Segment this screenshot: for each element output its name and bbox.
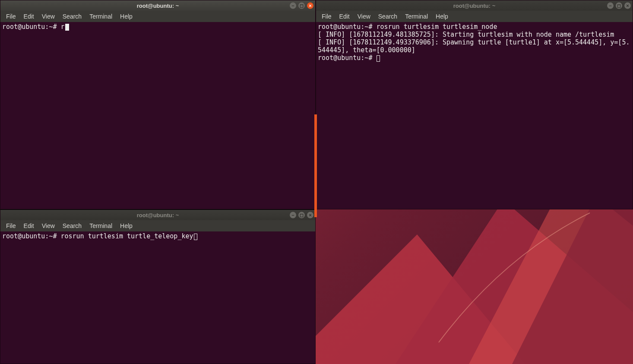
prompt: root@ubuntu:~# <box>318 23 376 31</box>
menu-edit[interactable]: Edit <box>20 221 38 231</box>
window-title: root@ubuntu: ~ <box>453 3 496 9</box>
window-controls: – ◻ × <box>290 212 313 218</box>
menu-terminal[interactable]: Terminal <box>85 221 116 231</box>
prompt: root@ubuntu:~# <box>318 54 376 62</box>
menu-terminal[interactable]: Terminal <box>401 12 432 21</box>
maximize-icon[interactable]: ◻ <box>298 212 305 218</box>
command-text: r <box>60 23 64 31</box>
menu-help[interactable]: Help <box>116 12 136 21</box>
menu-file[interactable]: File <box>2 12 20 21</box>
maximize-icon[interactable]: ◻ <box>298 3 305 9</box>
close-icon[interactable]: × <box>307 3 313 9</box>
menu-edit[interactable]: Edit <box>335 12 354 21</box>
command-text: rosrun turtlesim turtle_teleop_key <box>60 232 193 240</box>
window-title: root@ubuntu: ~ <box>137 3 179 9</box>
menu-edit[interactable]: Edit <box>20 12 38 21</box>
menubar: File Edit View Search Terminal Help <box>316 11 633 22</box>
window-controls: – ◻ × <box>290 3 313 9</box>
terminal-body[interactable]: root@ubuntu:~# rosrun turtlesim turtlesi… <box>316 22 633 209</box>
terminal-body[interactable]: root@ubuntu:~# r <box>0 22 315 209</box>
terminal-window-bottom-left[interactable]: root@ubuntu: ~ – ◻ × File Edit View Sear… <box>0 209 316 364</box>
menu-help[interactable]: Help <box>432 12 452 21</box>
menu-view[interactable]: View <box>38 12 59 21</box>
titlebar[interactable]: root@ubuntu: ~ – ◻ × <box>0 0 315 11</box>
menu-view[interactable]: View <box>354 12 374 21</box>
cursor-icon <box>377 55 380 62</box>
cursor-icon <box>194 234 197 240</box>
titlebar[interactable]: root@ubuntu: ~ – ◻ × <box>0 210 315 220</box>
terminal-window-top-left[interactable]: root@ubuntu: ~ – ◻ × File Edit View Sear… <box>0 0 316 209</box>
vertical-divider <box>314 114 317 217</box>
menu-help[interactable]: Help <box>116 221 136 231</box>
output-line: [ INFO] [1678112149.493376906]: Spawning… <box>318 38 630 54</box>
window-controls: – ◻ × <box>607 3 631 9</box>
command-text: rosrun turtlesim turtlesim_node <box>376 23 497 31</box>
output-line: [ INFO] [1678112149.481385725]: Starting… <box>318 31 614 38</box>
terminal-window-top-right[interactable]: root@ubuntu: ~ – ◻ × File Edit View Sear… <box>316 0 633 209</box>
close-icon[interactable]: × <box>307 212 313 218</box>
prompt: root@ubuntu:~# <box>2 23 60 31</box>
menu-file[interactable]: File <box>318 12 335 21</box>
minimize-icon[interactable]: – <box>607 3 614 9</box>
minimize-icon[interactable]: – <box>290 212 296 218</box>
menu-terminal[interactable]: Terminal <box>85 12 116 21</box>
menu-file[interactable]: File <box>2 221 20 231</box>
titlebar[interactable]: root@ubuntu: ~ – ◻ × <box>316 0 633 11</box>
close-icon[interactable]: × <box>624 3 631 9</box>
maximize-icon[interactable]: ◻ <box>616 3 622 9</box>
cursor-icon <box>65 24 69 31</box>
window-title: root@ubuntu: ~ <box>137 212 179 218</box>
terminal-body[interactable]: root@ubuntu:~# rosrun turtlesim turtle_t… <box>0 231 315 364</box>
prompt: root@ubuntu:~# <box>2 232 60 240</box>
menu-search[interactable]: Search <box>59 221 85 231</box>
menubar: File Edit View Search Terminal Help <box>0 11 315 22</box>
minimize-icon[interactable]: – <box>290 3 296 9</box>
menu-view[interactable]: View <box>38 221 59 231</box>
menu-search[interactable]: Search <box>374 12 401 21</box>
menubar: File Edit View Search Terminal Help <box>0 220 315 231</box>
menu-search[interactable]: Search <box>59 12 85 21</box>
